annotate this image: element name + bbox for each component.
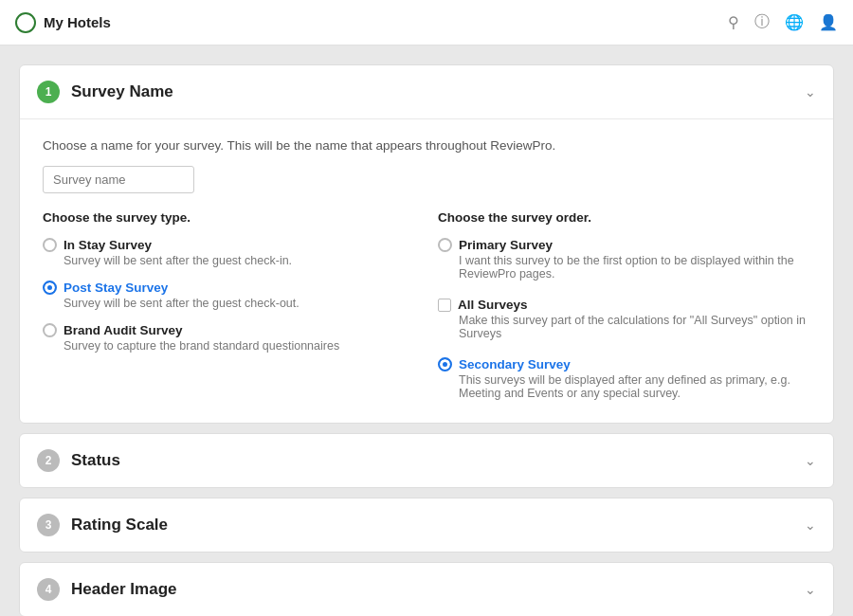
section-1-body: Choose a name for your survey. This will…	[20, 119, 833, 423]
accordion-header-3[interactable]: 3 Rating Scale ⌄	[20, 498, 833, 552]
radio-label-post-stay[interactable]: Post Stay Survey	[43, 281, 415, 295]
accordion-header-4[interactable]: 4 Header Image ⌄	[20, 563, 833, 616]
chevron-icon-2: ⌄	[805, 453, 816, 468]
survey-order-title: Choose the survey order.	[438, 210, 810, 225]
section-title-2: Status	[71, 451, 805, 470]
header-icons: ⚲ ⓘ 🌐 👤	[728, 12, 838, 32]
accordion-header-image: 4 Header Image ⌄	[19, 562, 834, 616]
radio-primary-label: Primary Survey	[459, 238, 553, 252]
accordion-rating-scale: 3 Rating Scale ⌄	[19, 498, 834, 553]
checkbox-label-all-surveys[interactable]: All Surveys	[438, 298, 810, 312]
section-description: Choose a name for your survey. This will…	[43, 138, 810, 153]
globe-icon[interactable]: 🌐	[785, 13, 804, 31]
app-name: My Hotels	[44, 14, 111, 30]
radio-label-in-stay[interactable]: In Stay Survey	[43, 238, 415, 252]
app-header: My Hotels ⚲ ⓘ 🌐 👤	[0, 0, 853, 45]
step-badge-1: 1	[37, 81, 60, 103]
main-content: 1 Survey Name ⌄ Choose a name for your s…	[0, 45, 853, 616]
step-badge-2: 2	[37, 449, 60, 472]
survey-order-col: Choose the survey order. Primary Survey …	[438, 210, 810, 400]
checkbox-all-surveys-label: All Surveys	[458, 298, 528, 312]
radio-primary[interactable]	[438, 238, 452, 252]
radio-primary-desc: I want this survey to be the first optio…	[459, 254, 810, 281]
app-logo: My Hotels	[15, 12, 111, 33]
survey-order-options: Primary Survey I want this survey to be …	[438, 238, 810, 400]
chevron-icon-1: ⌄	[805, 84, 816, 100]
radio-post-stay-desc: Survey will be sent after the guest chec…	[64, 297, 415, 310]
survey-type-title: Choose the survey type.	[43, 210, 415, 225]
survey-name-input[interactable]	[43, 166, 194, 193]
radio-post-stay-label: Post Stay Survey	[64, 281, 168, 295]
accordion-header-2[interactable]: 2 Status ⌄	[20, 434, 833, 487]
step-badge-3: 3	[37, 514, 60, 536]
accordion-header-1[interactable]: 1 Survey Name ⌄	[20, 65, 833, 119]
radio-item-secondary: Secondary Survey This surveys will be di…	[438, 357, 810, 400]
survey-type-col: Choose the survey type. In Stay Survey S…	[43, 210, 415, 400]
accordion-status: 2 Status ⌄	[19, 433, 834, 488]
radio-item-primary: Primary Survey I want this survey to be …	[438, 238, 810, 281]
section-title-3: Rating Scale	[71, 516, 805, 534]
radio-label-brand-audit[interactable]: Brand Audit Survey	[43, 323, 415, 337]
radio-post-stay[interactable]	[43, 281, 57, 295]
radio-label-secondary[interactable]: Secondary Survey	[438, 357, 810, 371]
radio-brand-audit[interactable]	[43, 323, 57, 337]
checkbox-all-surveys-desc: Make this survey part of the calculation…	[459, 314, 810, 340]
radio-item-in-stay: In Stay Survey Survey will be sent after…	[43, 238, 415, 267]
radio-item-post-stay: Post Stay Survey Survey will be sent aft…	[43, 281, 415, 310]
two-col-layout: Choose the survey type. In Stay Survey S…	[43, 210, 810, 400]
radio-brand-audit-label: Brand Audit Survey	[64, 323, 183, 337]
section-title-4: Header Image	[71, 580, 805, 599]
logo-circle-icon	[15, 12, 36, 33]
radio-secondary-label: Secondary Survey	[459, 357, 571, 371]
radio-secondary[interactable]	[438, 357, 452, 371]
chevron-icon-4: ⌄	[805, 582, 816, 597]
section-title-1: Survey Name	[71, 82, 805, 101]
radio-item-brand-audit: Brand Audit Survey Survey to capture the…	[43, 323, 415, 353]
radio-in-stay[interactable]	[43, 238, 57, 252]
radio-brand-audit-desc: Survey to capture the brand standard que…	[64, 339, 415, 353]
radio-secondary-desc: This surveys will be displayed after any…	[459, 373, 810, 400]
radio-in-stay-label: In Stay Survey	[64, 238, 152, 252]
chevron-icon-3: ⌄	[805, 517, 816, 533]
user-icon[interactable]: 👤	[819, 13, 838, 31]
radio-in-stay-desc: Survey will be sent after the guest chec…	[64, 254, 415, 267]
checkbox-item-all-surveys: All Surveys Make this survey part of the…	[438, 298, 810, 340]
radio-label-primary[interactable]: Primary Survey	[438, 238, 810, 252]
help-icon[interactable]: ⓘ	[754, 12, 770, 32]
search-icon[interactable]: ⚲	[728, 13, 739, 31]
accordion-survey-name: 1 Survey Name ⌄ Choose a name for your s…	[19, 64, 834, 424]
checkbox-all-surveys[interactable]	[438, 299, 451, 312]
survey-type-options: In Stay Survey Survey will be sent after…	[43, 238, 415, 353]
step-badge-4: 4	[37, 578, 60, 601]
